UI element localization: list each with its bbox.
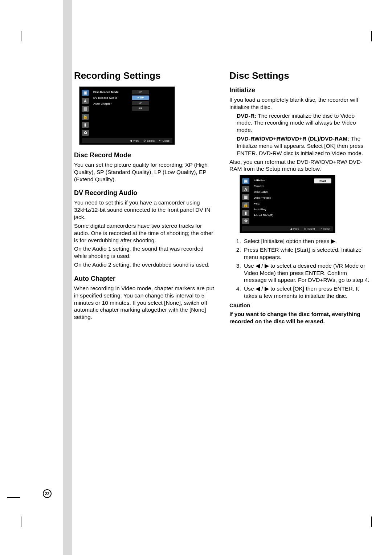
body-text: DVD-RW/DVD+RW/DVD+R (DL)/DVD-RAM: The In… xyxy=(237,135,371,157)
body-text: When recording in Video mode, chapter ma… xyxy=(74,285,216,321)
start-button: Start xyxy=(314,178,331,183)
option-ep: EP xyxy=(132,106,149,111)
footer-select: ⊙ Select xyxy=(304,227,315,231)
menu-options: XP ✔SP LP EP xyxy=(132,89,172,136)
disc-icon: ▣ xyxy=(82,90,89,96)
heading-recording-settings: Recording Settings xyxy=(74,70,216,81)
menu-item: Initialize xyxy=(252,178,286,183)
gear-icon: ✿ xyxy=(242,218,249,224)
caution-text: If you want to change the disc format, e… xyxy=(229,311,371,325)
body-text: You can set the picture quality for reco… xyxy=(74,161,216,183)
steps-list: Select [Initialize] option then press ▶.… xyxy=(242,238,371,300)
heading-disc-settings: Disc Settings xyxy=(229,70,371,81)
letter-a-icon: A xyxy=(82,98,89,104)
crop-mark xyxy=(21,516,21,527)
left-margin-stripe xyxy=(63,0,72,555)
disc-icon: ▣ xyxy=(242,178,249,184)
column-right: Disc Settings Initialize If you load a c… xyxy=(229,70,371,326)
menu-items: Initialize Finalize Disc Label Disc Prot… xyxy=(252,177,286,224)
menu-sidebar-icons: ▣ A ▥ 🔒 ▮ ✿ xyxy=(242,177,252,224)
body-text: Also, you can reformat the DVD-RW/DVD+RW… xyxy=(229,158,371,173)
menu-screenshot-disc: ▣ A ▥ 🔒 ▮ ✿ Initialize Finalize Disc Lab… xyxy=(240,175,335,233)
footer-prev: ◀ Prev. xyxy=(130,139,139,142)
menu-screenshot-recording: ▣ A ▥ 🔒 ▮ ✿ Disc Record Mode DV Record A… xyxy=(79,86,175,145)
subheading-initialize: Initialize xyxy=(229,86,371,94)
letter-a-icon: A xyxy=(242,186,249,192)
step-3: Use ◀ / ▶ to select a desired mode (VR M… xyxy=(242,262,371,284)
crop-mark xyxy=(7,497,20,498)
footer-prev: ◀ Prev. xyxy=(290,227,299,231)
manual-page: Recording Settings ▣ A ▥ 🔒 ▮ ✿ Disc Reco… xyxy=(0,0,392,555)
page-number: 22 xyxy=(43,489,52,498)
menu-item: Disc Record Mode xyxy=(91,90,132,94)
menu-item: Auto Chapter xyxy=(91,102,132,106)
caution-heading: Caution xyxy=(229,302,371,309)
menu-items: Disc Record Mode DV Record Audio Auto Ch… xyxy=(91,89,132,136)
menu-item: DV Record Audio xyxy=(91,96,132,100)
step-1: Select [Initialize] option then press ▶. xyxy=(242,238,371,245)
menu-item: About DivX(R) xyxy=(252,213,286,218)
option-lp: LP xyxy=(132,101,149,105)
body-text: On the Audio 1 setting, the sound that w… xyxy=(74,245,216,260)
menu-item: AutoPlay xyxy=(252,207,286,212)
menu-options: Start xyxy=(286,177,333,224)
subheading-auto-chapter: Auto Chapter xyxy=(74,275,216,283)
option-xp: XP xyxy=(132,90,149,94)
menu-item: Finalize xyxy=(252,184,286,189)
footer-select: ⊙ Select xyxy=(143,139,155,142)
menu-sidebar-icons: ▣ A ▥ 🔒 ▮ ✿ xyxy=(82,89,91,136)
menu-item: PBC xyxy=(252,202,286,206)
body-text: Some digital camcorders have two stereo … xyxy=(74,222,216,244)
column-left: Recording Settings ▣ A ▥ 🔒 ▮ ✿ Disc Reco… xyxy=(74,70,216,326)
body-text: DVD-R: The recorder initialize the disc … xyxy=(237,112,371,134)
crop-mark xyxy=(21,31,21,41)
crop-mark xyxy=(371,516,372,527)
menu-item: Disc Protect xyxy=(252,196,286,200)
crop-mark xyxy=(371,31,372,41)
lock-icon: 🔒 xyxy=(82,114,89,120)
subheading-disc-record-mode: Disc Record Mode xyxy=(74,151,216,159)
flag-icon: ▮ xyxy=(242,210,249,216)
card-icon: ▥ xyxy=(82,106,89,112)
body-text: If you load a completely blank disc, the… xyxy=(229,96,371,111)
lock-icon: 🔒 xyxy=(242,202,249,208)
menu-item: Disc Label xyxy=(252,190,286,194)
step-2: Press ENTER while [Start] is selected. I… xyxy=(242,246,371,261)
step-4: Use ◀ / ▶ to select [OK] then press ENTE… xyxy=(242,285,371,300)
subheading-dv-recording-audio: DV Recording Audio xyxy=(74,189,216,197)
option-sp: ✔SP xyxy=(132,96,149,100)
body-text: You need to set this if you have a camco… xyxy=(74,199,216,220)
card-icon: ▥ xyxy=(242,194,249,200)
menu-footer: ◀ Prev. ⊙ Select ↩ Close xyxy=(82,138,172,143)
gear-icon: ✿ xyxy=(82,130,89,136)
footer-close: ↩ Close xyxy=(159,139,170,142)
menu-footer: ◀ Prev. ⊙ Select ↩ Close xyxy=(242,226,333,231)
flag-icon: ▮ xyxy=(82,122,89,128)
footer-close: ↩ Close xyxy=(319,227,330,231)
body-text: On the Audio 2 setting, the overdubbed s… xyxy=(74,261,216,268)
